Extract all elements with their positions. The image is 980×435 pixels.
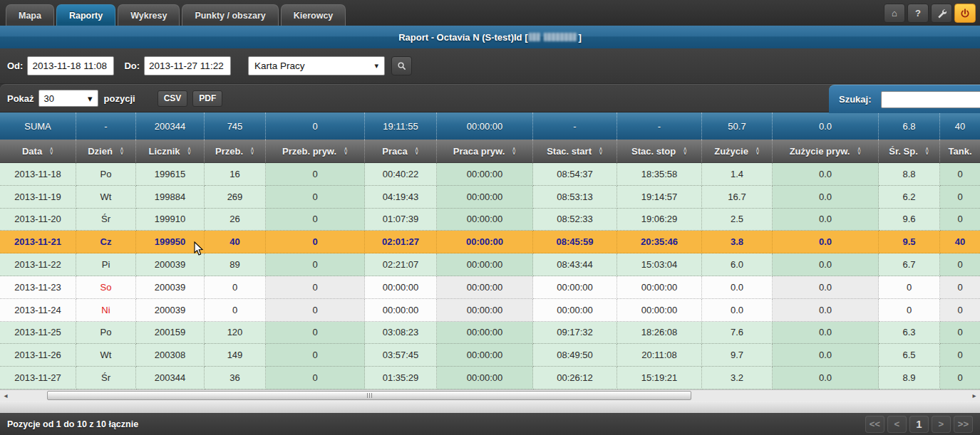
summary-value: 0 — [266, 112, 365, 140]
masked-vehicle-id — [529, 33, 577, 41]
column-header-10[interactable]: Zużycie∧∨ — [702, 140, 773, 162]
table-row[interactable]: 2013-11-19Wt199884269004:19:4300:00:0008… — [0, 186, 980, 209]
table-cell: 2013-11-20 — [0, 209, 76, 231]
column-header-8[interactable]: Stac. start∧∨ — [533, 140, 617, 162]
tab-punkty-obszary[interactable]: Punkty / obszary — [182, 4, 278, 26]
sort-icon[interactable]: ∧∨ — [755, 147, 760, 154]
column-header-9[interactable]: Stac. stop∧∨ — [617, 140, 702, 162]
run-report-button[interactable] — [391, 56, 412, 75]
scroll-right-arrow-icon[interactable]: ▸ — [969, 390, 980, 401]
table-row[interactable]: 2013-11-24Ni2000390000:00:0000:00:0000:0… — [0, 299, 980, 322]
table-search-input[interactable] — [881, 91, 980, 108]
pagination-prev-button[interactable]: < — [887, 416, 907, 433]
table-row[interactable]: 2013-11-23So2000390000:00:0000:00:0000:0… — [0, 276, 980, 299]
table-row[interactable]: 2013-11-21Cz19995040002:01:2700:00:0008:… — [0, 231, 980, 253]
table-cell: 01:07:39 — [365, 209, 437, 231]
table-cell: 7.6 — [702, 322, 773, 345]
table-row[interactable]: 2013-11-27Śr20034436001:35:2900:00:0000:… — [0, 367, 980, 389]
sort-icon[interactable]: ∧∨ — [599, 147, 603, 154]
column-label: Dzień — [88, 146, 113, 157]
scrollbar-thumb[interactable] — [47, 391, 691, 400]
sort-icon[interactable]: ∧∨ — [120, 147, 124, 154]
table-cell: So — [76, 276, 136, 299]
date-from-input[interactable] — [27, 56, 114, 75]
pagination-first-button[interactable]: << — [865, 416, 884, 433]
search-icon — [397, 61, 406, 70]
table-cell: 00:00:00 — [437, 253, 533, 276]
export-pdf-button[interactable]: PDF — [192, 90, 222, 107]
table-cell: 199910 — [136, 209, 205, 231]
column-header-13[interactable]: Tank.∧∨ — [940, 140, 980, 162]
table-row[interactable]: 2013-11-20Śr19991026001:07:3900:00:0008:… — [0, 209, 980, 231]
table-cell: 08:52:33 — [533, 209, 617, 231]
table-cell: 0 — [940, 299, 980, 322]
tab-raporty[interactable]: Raporty — [56, 4, 115, 26]
table-cell: 2013-11-18 — [0, 163, 76, 186]
column-header-3[interactable]: Licznik∧∨ — [136, 140, 205, 162]
column-header-7[interactable]: Praca pryw.∧∨ — [437, 140, 533, 162]
sort-icon[interactable]: ∧∨ — [512, 147, 516, 154]
table-cell: 120 — [205, 322, 266, 345]
table-cell: 20:11:08 — [617, 344, 702, 367]
sort-icon[interactable]: ∧∨ — [49, 147, 53, 154]
table-cell: 08:49:50 — [533, 344, 617, 367]
report-type-select[interactable]: Karta Pracy ▾ — [248, 56, 385, 75]
horizontal-scrollbar[interactable]: ◂ ▸ — [0, 389, 980, 401]
date-to-input[interactable] — [144, 56, 231, 75]
pagination-last-button[interactable]: >> — [954, 416, 973, 433]
sort-icon[interactable]: ∧∨ — [683, 147, 687, 154]
table-row[interactable]: 2013-11-26Wt200308149003:57:4500:00:0008… — [0, 344, 980, 367]
column-header-1[interactable]: Data∧∨ — [0, 140, 76, 162]
help-button[interactable]: ? — [907, 4, 929, 23]
tab-wykresy[interactable]: Wykresy — [118, 4, 180, 26]
sort-icon[interactable]: ∧∨ — [415, 147, 419, 154]
summary-value: 0.0 — [773, 112, 879, 140]
search-label: Szukaj: — [839, 94, 872, 105]
logout-button[interactable] — [954, 4, 976, 23]
tab-mapa[interactable]: Mapa — [6, 4, 54, 26]
column-label: Przeb. pryw. — [282, 146, 336, 157]
pagination-next-button[interactable]: > — [932, 416, 951, 433]
page-title: Raport - Octavia N (S-test)Id [ — [398, 32, 527, 43]
sort-icon[interactable]: ∧∨ — [857, 147, 861, 154]
table-cell: 02:01:27 — [365, 231, 437, 253]
column-header-12[interactable]: Śr. Sp.∧∨ — [879, 140, 940, 162]
table-row[interactable]: 2013-11-18Po19961516000:40:2200:00:0008:… — [0, 163, 980, 186]
table-cell: 0 — [266, 322, 365, 345]
column-header-2[interactable]: Dzień∧∨ — [76, 140, 136, 162]
table-cell: 08:45:59 — [533, 231, 617, 253]
table-cell: 6.7 — [879, 253, 940, 276]
table-cell: 0 — [940, 209, 980, 231]
table-cell: 0.0 — [773, 367, 879, 389]
table-cell: 0 — [940, 186, 980, 209]
table-cell: 0 — [940, 367, 980, 389]
column-header-5[interactable]: Przeb. pryw.∧∨ — [266, 140, 365, 162]
export-csv-button[interactable]: CSV — [158, 90, 188, 107]
entries-info: Pozycje od 1 do 10 z 10 łącznie — [7, 419, 138, 429]
table-cell: Śr — [76, 367, 136, 389]
sort-icon[interactable]: ∧∨ — [925, 147, 929, 154]
table-cell: 03:08:23 — [365, 322, 437, 345]
sort-icon[interactable]: ∧∨ — [250, 147, 254, 154]
tab-kierowcy[interactable]: Kierowcy — [281, 4, 346, 26]
home-button[interactable]: ⌂ — [884, 4, 905, 23]
column-header-6[interactable]: Praca∧∨ — [365, 140, 437, 162]
table-cell: Po — [76, 322, 136, 345]
table-cell: 00:00:00 — [617, 299, 702, 322]
page-size-select[interactable]: 30 ▾ — [38, 90, 98, 107]
table-cell: 200159 — [136, 322, 205, 345]
pagination-page-1[interactable]: 1 — [909, 416, 929, 433]
column-header-4[interactable]: Przeb.∧∨ — [205, 140, 266, 162]
sort-icon[interactable]: ∧∨ — [187, 147, 192, 154]
sort-icon[interactable]: ∧∨ — [344, 147, 348, 154]
table-row[interactable]: 2013-11-22Pi20003989002:21:0700:00:0008:… — [0, 253, 980, 276]
table-row[interactable]: 2013-11-25Po200159120003:08:2300:00:0009… — [0, 322, 980, 345]
table-cell: 0.0 — [773, 231, 879, 253]
table-cell: 26 — [205, 209, 266, 231]
table-cell: 0 — [879, 299, 940, 322]
settings-button[interactable] — [931, 4, 952, 23]
column-header-11[interactable]: Zużycie pryw.∧∨ — [773, 140, 879, 162]
column-label: Śr. Sp. — [889, 146, 917, 157]
scroll-left-arrow-icon[interactable]: ◂ — [0, 390, 11, 401]
table-cell: 6.5 — [879, 344, 940, 367]
